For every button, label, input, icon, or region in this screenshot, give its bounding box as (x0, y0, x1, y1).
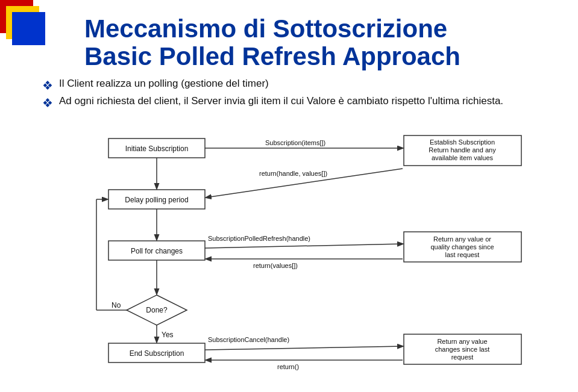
bullet-diamond-2: ❖ (42, 96, 53, 110)
sub-polled-label: SubscriptionPolledRefresh(handle) (208, 235, 310, 242)
poll-label: Poll for changes (131, 247, 183, 255)
diagram-area: Initiate Subscription Delay polling peri… (78, 132, 530, 379)
sub-cancel-label: SubscriptionCancel(handle) (208, 336, 289, 343)
bullets: ❖ Il Client realizza un polling (gestion… (42, 78, 560, 110)
slide: Meccanismo di Sottoscrizione Basic Polle… (0, 0, 578, 392)
bullet-item-1: ❖ Il Client realizza un polling (gestion… (42, 78, 560, 93)
establish-label-3: available item values (432, 154, 494, 161)
title-line2: Basic Polled Refresh Approach (84, 43, 560, 70)
done-label: Done? (146, 306, 168, 314)
return-last-label-2: changes since last (435, 346, 490, 353)
sub-items-label: Subscription(items[]) (265, 139, 325, 146)
yes-label: Yes (162, 331, 174, 339)
bullet-text-2: Ad ogni richiesta del client, il Server … (59, 95, 503, 107)
delay-label: Delay polling period (125, 196, 188, 204)
bullet-item-2: ❖ Ad ogni richiesta del client, il Serve… (42, 95, 560, 110)
flow-diagram: Initiate Subscription Delay polling peri… (78, 132, 530, 379)
square-blue (12, 12, 45, 45)
bullet-text-1: Il Client realizza un polling (gestione … (59, 78, 269, 90)
return-last-label-3: request (451, 353, 474, 361)
establish-label-1: Establish Subscription (430, 138, 495, 146)
corner-decoration (0, 0, 60, 60)
establish-label-2: Return handle and any (429, 146, 496, 154)
return-last-label-1: Return any value (437, 338, 487, 345)
return-any-label-2: quality changes since (430, 243, 494, 250)
return-any-label-1: Return any value or (433, 235, 491, 243)
end-label: End Subscription (130, 349, 184, 358)
return-empty-label: return() (277, 363, 299, 370)
bullet-diamond-1: ❖ (42, 78, 53, 93)
arrow-sub-cancel (205, 346, 403, 350)
arrow-sub-polled (205, 244, 403, 248)
initiate-label: Initiate Subscription (125, 145, 189, 153)
no-label: No (112, 301, 121, 310)
return-values-label: return(values[]) (253, 262, 298, 269)
return-any-label-3: last request (445, 251, 480, 258)
title-line1: Meccanismo di Sottoscrizione (84, 15, 560, 43)
header: Meccanismo di Sottoscrizione Basic Polle… (84, 15, 560, 70)
return-handle-label: return(handle, values[]) (259, 170, 327, 177)
